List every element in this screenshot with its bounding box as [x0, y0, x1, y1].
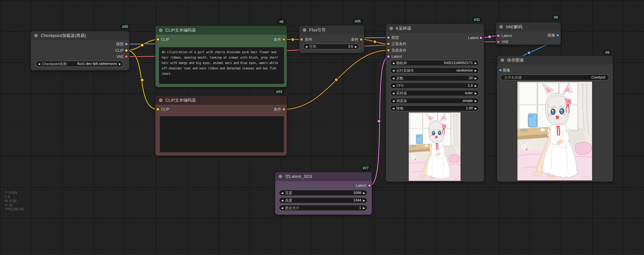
input-label-negative: 负面条件: [392, 47, 406, 54]
port-vae-input[interactable]: [497, 40, 500, 44]
node-title: Flux引导: [309, 27, 326, 33]
port-negative-input[interactable]: [387, 49, 390, 52]
decrement-arrow-icon[interactable]: ◀: [38, 62, 40, 65]
port-latent-input[interactable]: [387, 55, 390, 58]
scheduler-widget[interactable]: ◀ 调度器 simple ▶: [390, 98, 479, 104]
filename-prefix-widget[interactable]: 文件名前缀 ComfyUI: [500, 74, 609, 81]
port-latent-output[interactable]: [479, 36, 482, 40]
node-status-dot-icon[interactable]: [499, 25, 503, 29]
port-clip-input[interactable]: [156, 108, 160, 111]
graph-canvas[interactable]: 12O2Kr: [0, 0, 644, 255]
node-status-dot-icon[interactable]: [390, 26, 393, 30]
node-checkpoint-loader[interactable]: Checkpoint加载器(简易) 模型 CLIP VAE ◀ Checkpoi…: [31, 31, 129, 70]
checkpoint-name-widget[interactable]: ◀ Checkpoint名称 flux1-dev-fp8.safetensors…: [36, 61, 123, 67]
denoise-widget[interactable]: ◀ 降噪 1.00 ▶: [390, 105, 479, 112]
decrement-arrow-icon[interactable]: ◀: [281, 192, 283, 194]
node-status-dot-icon[interactable]: [500, 58, 504, 62]
increment-arrow-icon[interactable]: ▶: [475, 92, 477, 94]
increment-arrow-icon[interactable]: ▶: [475, 107, 477, 110]
node-ksampler[interactable]: K采样器 模型 正面条件 负面条件 Latent Latent ◀ 随机种 54…: [386, 24, 484, 182]
increment-arrow-icon[interactable]: ▶: [363, 192, 365, 194]
node-clip-text-encode-positive[interactable]: CLIP文本编码器 CLIP 条件 An illustration of a g…: [156, 26, 287, 87]
output-label-latent: Latent: [356, 182, 366, 189]
cfg-widget[interactable]: ◀ CFG 1.0 ▶: [390, 82, 479, 89]
port-clip-output[interactable]: [125, 49, 128, 52]
decrement-arrow-icon[interactable]: ◀: [392, 69, 394, 72]
port-positive-input[interactable]: [387, 42, 390, 46]
input-label-clip: CLIP: [161, 106, 169, 112]
height-widget[interactable]: ◀ 高度 1344 ▶: [279, 197, 368, 204]
node-title: Checkpoint加载器(简易): [41, 33, 86, 38]
node-vae-decode[interactable]: VAE解码 Latent VAE 图像: [496, 22, 561, 45]
port-model-input[interactable]: [387, 36, 390, 39]
decrement-arrow-icon[interactable]: ◀: [281, 199, 283, 202]
seed-widget[interactable]: ◀ 随机种 543211169352171 ▶: [390, 60, 479, 66]
node-title-bar[interactable]: Checkpoint加载器(简易): [31, 31, 129, 40]
port-model-output[interactable]: [125, 42, 128, 46]
increment-arrow-icon[interactable]: ▶: [475, 100, 477, 102]
node-badge-31: #31: [472, 17, 482, 23]
widget-value: ComfyUI: [592, 76, 605, 80]
sampler-widget[interactable]: ◀ 采样器 euler ▶: [390, 90, 479, 96]
stat-fps: FPS:200.00: [5, 207, 24, 211]
node-save-image[interactable]: 保存图像 图像 文件名前缀 ComfyUI: [497, 56, 613, 182]
prompt-textarea[interactable]: [160, 116, 284, 152]
node-title-bar[interactable]: 空Latent_SD3: [275, 172, 372, 181]
batch-size-widget[interactable]: ◀ 批次大小 1 ▶: [279, 205, 368, 211]
widget-label: 采样器: [396, 91, 407, 96]
node-title-bar[interactable]: K采样器: [386, 24, 484, 33]
increment-arrow-icon[interactable]: ▶: [355, 45, 357, 48]
node-status-dot-icon[interactable]: [303, 28, 306, 32]
port-vae-output[interactable]: [125, 55, 128, 58]
port-conditioning-input[interactable]: [300, 38, 303, 41]
port-image-input[interactable]: [499, 68, 502, 72]
output-label-cond: 条件: [274, 36, 281, 42]
node-status-dot-icon[interactable]: [159, 28, 162, 32]
node-status-dot-icon[interactable]: [34, 34, 38, 38]
node-status-dot-icon[interactable]: [279, 175, 282, 178]
node-empty-latent-sd3[interactable]: 空Latent_SD3 Latent ◀ 宽度 1008 ▶ ◀ 高度 1344…: [275, 172, 372, 215]
node-title-bar[interactable]: 保存图像: [497, 56, 613, 65]
decrement-arrow-icon[interactable]: ◀: [392, 92, 394, 94]
node-title-bar[interactable]: CLIP文本编码器: [156, 26, 287, 35]
decrement-arrow-icon[interactable]: ◀: [305, 45, 307, 48]
node-title: CLIP文本编码器: [166, 98, 196, 103]
node-status-dot-icon[interactable]: [159, 98, 162, 102]
node-title-bar[interactable]: CLIP文本编码器: [156, 96, 287, 105]
input-label-latent: Latent: [502, 33, 512, 39]
widget-value: randomize: [456, 68, 473, 72]
node-clip-text-encode-negative[interactable]: CLIP文本编码器 CLIP 条件: [156, 96, 287, 156]
decrement-arrow-icon[interactable]: ◀: [392, 77, 394, 80]
increment-arrow-icon[interactable]: ▶: [475, 84, 477, 87]
port-conditioning-output[interactable]: [360, 38, 363, 41]
decrement-arrow-icon[interactable]: ◀: [392, 100, 394, 102]
port-conditioning-output[interactable]: [282, 38, 286, 41]
increment-arrow-icon[interactable]: ▶: [363, 199, 365, 202]
input-label-cond: 条件: [305, 36, 312, 42]
decrement-arrow-icon[interactable]: ◀: [392, 107, 394, 110]
port-latent-input[interactable]: [497, 34, 500, 38]
increment-arrow-icon[interactable]: ▶: [363, 206, 365, 209]
steps-widget[interactable]: ◀ 步数 20 ▶: [390, 75, 479, 81]
widget-label: 文件名前缀: [504, 75, 522, 80]
node-flux-guidance[interactable]: Flux引导 条件 条件 ◀ 引导 3.5 ▶: [299, 26, 364, 53]
port-image-output[interactable]: [556, 34, 560, 37]
increment-arrow-icon[interactable]: ▶: [475, 62, 477, 64]
increment-arrow-icon[interactable]: ▶: [119, 62, 121, 65]
increment-arrow-icon[interactable]: ▶: [475, 69, 477, 72]
increment-arrow-icon[interactable]: ▶: [475, 77, 477, 80]
port-latent-output[interactable]: [368, 184, 371, 187]
decrement-arrow-icon[interactable]: ◀: [392, 62, 394, 64]
guidance-widget[interactable]: ◀ 引导 3.5 ▶: [303, 44, 359, 50]
decrement-arrow-icon[interactable]: ◀: [392, 84, 394, 87]
port-conditioning-output[interactable]: [282, 108, 286, 111]
node-title-bar[interactable]: Flux引导: [299, 26, 364, 34]
wire-flux-to-positive: [361, 40, 388, 44]
node-title-bar[interactable]: VAE解码: [496, 22, 561, 32]
node-badge-27: #27: [360, 165, 371, 171]
decrement-arrow-icon[interactable]: ◀: [281, 206, 283, 209]
port-clip-input[interactable]: [156, 38, 160, 41]
width-widget[interactable]: ◀ 宽度 1008 ▶: [279, 190, 368, 196]
prompt-textarea[interactable]: An illustration of a girl with cherry bl…: [159, 47, 284, 84]
control-after-generate-widget[interactable]: ◀ 运行后操作 randomize ▶: [390, 67, 479, 74]
